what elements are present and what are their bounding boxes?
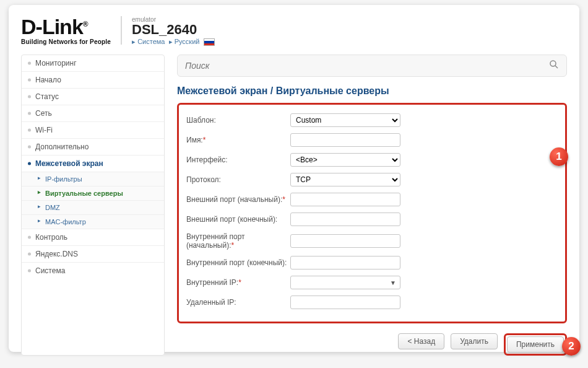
ext-port-end-input[interactable] xyxy=(290,212,400,226)
sidebar-item-wifi[interactable]: Wi-Fi xyxy=(22,122,164,139)
apply-highlight: Применить xyxy=(504,333,567,356)
protocol-select[interactable]: TCP xyxy=(290,173,400,186)
main-content: 1 Межсетевой экран / Виртуальные серверы… xyxy=(177,55,567,356)
logo: D-Link® Building Networks for People xyxy=(21,16,111,45)
svg-point-0 xyxy=(550,61,556,66)
name-input[interactable] xyxy=(290,133,400,147)
model-name: DSL_2640 xyxy=(132,23,214,37)
ext-port-start-label: Внешний порт (начальный):* xyxy=(186,195,290,204)
sidebar: Мониторинг Начало Статус Сеть Wi-Fi Допо… xyxy=(21,55,165,356)
logo-tagline: Building Networks for People xyxy=(21,38,111,45)
annotation-badge-1: 1 xyxy=(550,147,568,166)
flag-ru-icon xyxy=(204,38,215,46)
remote-ip-label: Удаленный IP: xyxy=(186,298,290,307)
protocol-label: Протокол: xyxy=(186,175,290,184)
magnifier-icon xyxy=(549,59,559,69)
sidebar-item-system[interactable]: Система xyxy=(22,263,164,279)
separator xyxy=(121,16,122,45)
remote-ip-input[interactable] xyxy=(290,296,400,309)
logo-text: D-Link® xyxy=(21,16,111,37)
sidebar-sub-mac-filter[interactable]: MAC-фильтр xyxy=(22,215,164,229)
apply-button[interactable]: Применить xyxy=(507,336,564,353)
form-area: Шаблон: Custom Имя:* Интерфейс: <Все> xyxy=(177,103,567,323)
int-port-start-input[interactable] xyxy=(290,234,400,248)
sidebar-item-advanced[interactable]: Дополнительно xyxy=(22,139,164,156)
ext-port-end-label: Внешний порт (конечный): xyxy=(186,215,290,224)
int-port-end-input[interactable] xyxy=(290,256,400,269)
int-port-end-label: Внутренний порт (конечный): xyxy=(186,258,290,267)
sidebar-sub-ip-filters[interactable]: IP-фильтры xyxy=(22,172,164,186)
template-label: Шаблон: xyxy=(186,116,290,125)
chevron-down-icon: ▼ xyxy=(390,279,396,286)
interface-select[interactable]: <Все> xyxy=(290,153,400,167)
button-bar: < Назад Удалить Применить xyxy=(177,333,567,356)
search-input[interactable] xyxy=(185,61,549,71)
sidebar-sub-dmz[interactable]: DMZ xyxy=(22,201,164,215)
int-ip-combo[interactable]: ▼ xyxy=(290,276,400,289)
name-label: Имя:* xyxy=(186,136,290,144)
search-icon[interactable] xyxy=(549,59,559,72)
interface-label: Интерфейс: xyxy=(186,156,290,164)
sidebar-item-control[interactable]: Контроль xyxy=(22,229,164,246)
page-title: Межсетевой экран / Виртуальные серверы xyxy=(177,85,567,97)
int-ip-label: Внутренний IP:* xyxy=(186,278,290,287)
sidebar-item-yandex-dns[interactable]: Яндекс.DNS xyxy=(22,246,164,263)
header-links: ▸ Система ▸ Русский xyxy=(132,38,214,46)
link-system[interactable]: Система xyxy=(137,38,165,45)
search-box xyxy=(177,55,567,77)
sidebar-item-monitoring[interactable]: Мониторинг xyxy=(22,55,164,72)
sidebar-item-start[interactable]: Начало xyxy=(22,72,164,89)
sidebar-item-network[interactable]: Сеть xyxy=(22,105,164,122)
link-language[interactable]: Русский xyxy=(175,38,200,45)
sidebar-item-firewall[interactable]: Межсетевой экран xyxy=(22,156,164,172)
header: D-Link® Building Networks for People emu… xyxy=(21,16,567,46)
back-button[interactable]: < Назад xyxy=(398,333,444,349)
template-select[interactable]: Custom xyxy=(290,113,400,127)
sidebar-subitems: IP-фильтры Виртуальные серверы DMZ MAC-ф… xyxy=(22,172,164,229)
sidebar-item-status[interactable]: Статус xyxy=(22,89,164,105)
svg-line-1 xyxy=(555,66,558,68)
delete-button[interactable]: Удалить xyxy=(451,333,498,349)
int-port-start-label: Внутренний порт (начальный):* xyxy=(186,232,290,250)
model-block: emulator DSL_2640 ▸ Система ▸ Русский xyxy=(132,16,214,46)
ext-port-start-input[interactable] xyxy=(290,193,400,206)
annotation-badge-2: 2 xyxy=(562,337,581,356)
sidebar-sub-virtual-servers[interactable]: Виртуальные серверы xyxy=(22,186,164,201)
